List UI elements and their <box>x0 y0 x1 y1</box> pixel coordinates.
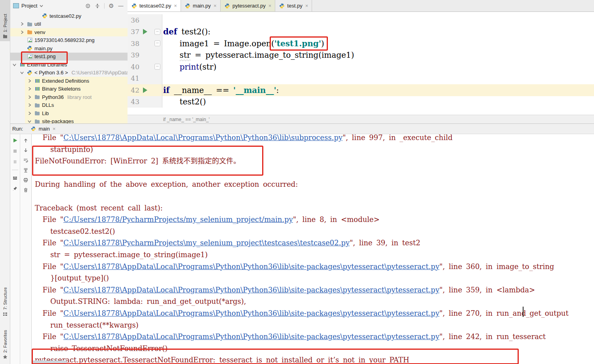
line-number: 43 <box>128 98 139 106</box>
print-button[interactable] <box>23 177 29 183</box>
code-token: image1 = Image.open <box>163 39 271 48</box>
tab-main-py[interactable]: main.py× <box>181 0 221 11</box>
console-text: During handling of the above exception, … <box>35 180 298 188</box>
lib-icon <box>34 78 40 83</box>
code-token: __name__ == <box>174 85 233 95</box>
tree-row-dlls[interactable]: DLLs <box>10 101 128 110</box>
console-text: ", line 39, in test2 <box>350 239 420 247</box>
chevron-right-icon[interactable] <box>27 86 32 92</box>
tree-row-lib[interactable]: Lib <box>10 109 128 118</box>
pin-tab-button[interactable] <box>12 186 18 192</box>
stop-button[interactable] <box>12 148 18 154</box>
tree-row-test1-png[interactable]: test1.png <box>10 53 128 61</box>
locate-file-button[interactable] <box>84 2 91 9</box>
tree-row-site-packages[interactable]: site-packages <box>10 118 128 124</box>
console-file-link[interactable]: C:\Users\18778\AppData\Local\Programs\Py… <box>63 309 439 317</box>
run-panel-header: Run: main × <box>10 123 594 134</box>
run-tab-main[interactable]: main × <box>27 124 59 134</box>
chevron-right-icon[interactable] <box>27 110 32 116</box>
console-line: File "C:\Users\18778\PycharmProjects\my_… <box>35 237 594 249</box>
run-arrow-icon[interactable] <box>139 29 150 34</box>
chevron-right-icon[interactable] <box>27 94 32 100</box>
tree-row-util[interactable]: util <box>10 20 128 28</box>
code-line-37[interactable]: 37−def test2(): <box>128 26 594 38</box>
chevron-spacer <box>34 13 40 19</box>
fold-marker-icon[interactable]: − <box>150 29 161 35</box>
fold-marker-icon[interactable]: − <box>150 64 161 70</box>
rerun-button[interactable] <box>12 137 18 144</box>
console-text: File " <box>35 134 63 142</box>
chevron-down-icon[interactable] <box>27 119 32 123</box>
tab-testcase02-py[interactable]: testcase02.py× <box>128 0 181 11</box>
code-line-41[interactable]: 41 <box>128 73 594 85</box>
code-line-38[interactable]: 38− image1 = Image.open('test1.png') <box>128 38 594 49</box>
tab-test-py[interactable]: test.py× <box>275 0 312 11</box>
chevron-right-icon[interactable] <box>19 29 25 35</box>
tool-window-button-project[interactable]: 1: Project <box>0 0 10 41</box>
close-icon[interactable]: × <box>53 126 56 132</box>
close-icon[interactable]: × <box>268 3 272 9</box>
tree-row-testcase02-py[interactable]: testcase02.py <box>10 12 128 20</box>
chevron-right-icon[interactable] <box>27 78 32 83</box>
breadcrumb[interactable]: if _name_ == '_main_' <box>128 115 594 123</box>
tree-row-venv[interactable]: venv <box>10 28 128 36</box>
console-file-link[interactable]: C:\Users\18778\PycharmProjects\my_seleni… <box>63 239 350 247</box>
console-file-link[interactable]: C:/Users/18778/PycharmProjects/my_seleni… <box>63 215 293 224</box>
chevron-down-icon[interactable] <box>11 62 17 67</box>
tree-row-external-libraries[interactable]: External Libraries <box>10 61 128 69</box>
down-stack-trace-button[interactable] <box>23 147 29 154</box>
tool-window-button-favorites[interactable]: 2: Favorites <box>0 319 10 361</box>
scroll-to-end-button[interactable] <box>23 167 29 173</box>
close-icon[interactable]: × <box>305 3 308 9</box>
console-file-link[interactable]: C:\Users\18778\AppData\Local\Programs\Py… <box>63 134 343 142</box>
code-line-42[interactable]: 42if __name__ == '__main__': <box>128 84 594 96</box>
console-file-link[interactable]: C:\Users\18778\AppData\Local\Programs\Py… <box>63 332 439 341</box>
code-line-39[interactable]: 39 str = pytesseract.image_to_string(ima… <box>128 49 594 61</box>
line-number: 36 <box>128 16 139 24</box>
console-file-link[interactable]: C:\Users\18778\AppData\Local\Programs\Py… <box>63 262 439 271</box>
tree-row-binary-skeletons[interactable]: Binary Skeletons <box>10 85 128 93</box>
python-file-icon <box>224 3 230 9</box>
console-line: FileNotFoundError: [WinError 2] 系统找不到指定的… <box>35 155 594 167</box>
code-token: 'test1.png' <box>274 39 321 48</box>
tool-window-button-structure[interactable]: 7: Structure <box>0 275 10 318</box>
chevron-right-icon[interactable] <box>27 102 32 108</box>
hide-panel-button[interactable]: — <box>117 2 124 9</box>
tree-row-1597330140-5689232-png[interactable]: 1597330140.5689232.png <box>10 36 128 45</box>
gear-icon[interactable]: ⚙ <box>108 2 115 9</box>
chevron-right-icon[interactable] <box>19 21 25 27</box>
console-line: File "C:/Users/18778/PycharmProjects/my_… <box>35 214 594 226</box>
tree-row-python36[interactable]: Python36library root <box>10 93 128 101</box>
fold-marker-icon[interactable]: − <box>150 40 161 46</box>
restore-layout-button[interactable] <box>12 175 18 181</box>
close-icon[interactable]: × <box>174 3 177 9</box>
console-text: Traceback (most recent call last): <box>35 204 163 212</box>
console-line: startupinfo) <box>35 144 594 155</box>
chevron-down-icon[interactable] <box>19 70 25 76</box>
tab-pytesseract-py[interactable]: pytesseract.py× <box>221 0 275 11</box>
run-console[interactable]: File "C:\Users\18778\AppData\Local\Progr… <box>32 134 594 364</box>
clear-all-button[interactable] <box>23 187 29 193</box>
collapse-all-button[interactable] <box>94 2 101 9</box>
pause-output-button[interactable] <box>12 159 18 165</box>
tree-row-main-py[interactable]: main.py <box>10 44 128 53</box>
console-file-link[interactable]: C:\Users\18778\AppData\Local\Programs\Py… <box>63 286 439 294</box>
tree-item-label: Python36 <box>42 94 64 100</box>
run-tab-label: main <box>38 126 50 132</box>
run-arrow-icon[interactable] <box>139 87 150 93</box>
console-text: File " <box>35 215 63 224</box>
chevron-spacer <box>19 54 25 59</box>
tree-row-python-3-6[interactable]: < Python 3.6 >C:\Users\18778\AppData\L <box>10 69 128 77</box>
code-editor[interactable]: 3637−def test2():38− image1 = Image.open… <box>128 12 594 115</box>
horizontal-scrollbar[interactable] <box>32 360 67 363</box>
chevron-down-icon[interactable] <box>40 5 43 7</box>
soft-wrap-button[interactable] <box>23 157 29 163</box>
tree-row-extended-definitions[interactable]: Extended Definitions <box>10 77 128 85</box>
code-line-40[interactable]: 40− print(str) <box>128 61 594 73</box>
code-line-text: print(str) <box>162 62 217 72</box>
code-line-43[interactable]: 43 test2() <box>128 96 594 108</box>
code-token: test2(): <box>181 27 210 36</box>
up-stack-trace-button[interactable] <box>23 137 29 144</box>
code-line-36[interactable]: 36 <box>128 14 594 26</box>
close-icon[interactable]: × <box>213 3 217 9</box>
